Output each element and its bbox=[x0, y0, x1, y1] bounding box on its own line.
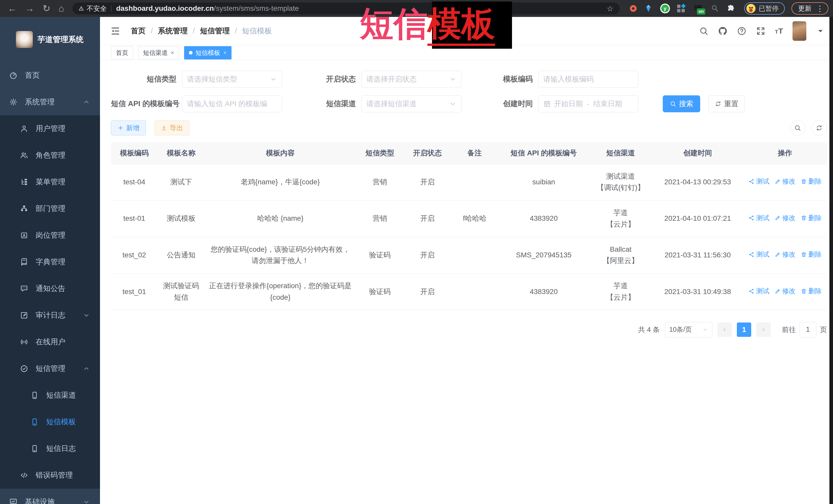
breadcrumb-item[interactable]: 系统管理 bbox=[158, 26, 188, 36]
sidebar-item-sms-management[interactable]: 短信管理 bbox=[0, 355, 100, 382]
donut-extension-icon[interactable] bbox=[630, 5, 637, 12]
test-link[interactable]: 测试 bbox=[748, 176, 769, 187]
sidebar-collapse-icon[interactable] bbox=[110, 26, 120, 36]
sidebar-item-sms-channel[interactable]: 短信渠道 bbox=[0, 382, 100, 409]
monitor-icon bbox=[9, 498, 18, 504]
browser-back-button[interactable]: ← bbox=[8, 4, 17, 13]
sidebar-item-post-management[interactable]: 岗位管理 bbox=[0, 222, 100, 249]
question-icon[interactable] bbox=[737, 26, 746, 36]
grid-extension-icon[interactable] bbox=[677, 4, 686, 13]
edit-link[interactable]: 修改 bbox=[775, 213, 795, 223]
sidebar-item-dict-management[interactable]: 字典管理 bbox=[0, 249, 100, 275]
sidebar-item-menu-management[interactable]: 菜单管理 bbox=[0, 169, 100, 195]
filter-row-1: 短信类型请选择短信类型开启状态请选择开启状态模板编码请输入模板编码 bbox=[111, 67, 827, 92]
sidebar-item-user-management[interactable]: 用户管理 bbox=[0, 115, 100, 142]
delete-link-label: 删除 bbox=[808, 286, 822, 296]
fullscreen-icon[interactable] bbox=[756, 26, 766, 36]
magnifier-extension-icon[interactable] bbox=[710, 4, 719, 13]
current-page-button[interactable]: 1 bbox=[737, 322, 751, 337]
page-size-select[interactable]: 10条/页 bbox=[665, 322, 712, 337]
goto-page-input[interactable] bbox=[800, 322, 816, 337]
delete-link[interactable]: 删除 bbox=[801, 176, 822, 187]
update-label: 更新 bbox=[798, 4, 811, 13]
sidebar-logo[interactable]: 芋道管理系统 bbox=[0, 17, 100, 62]
github-icon[interactable] bbox=[718, 26, 728, 36]
create-time-input[interactable]: 开始日期-结束日期 bbox=[539, 95, 638, 112]
edit-link[interactable]: 修改 bbox=[775, 249, 795, 260]
user-avatar[interactable] bbox=[792, 21, 806, 41]
sidebar-item-label: 字典管理 bbox=[35, 257, 65, 267]
edit-link[interactable]: 修改 bbox=[775, 286, 795, 296]
filter-field-api-template-id: 短信 API 的模板编号请输入短信 API 的模板编 bbox=[111, 95, 282, 112]
chevron-down-icon bbox=[449, 75, 457, 83]
bookmark-star-icon[interactable]: ☆ bbox=[606, 4, 614, 13]
browser-menu-icon[interactable]: ⋮ bbox=[816, 4, 824, 13]
puzzle-extensions-icon[interactable] bbox=[727, 4, 735, 13]
sidebar-item-error-code-management[interactable]: 错误码管理 bbox=[0, 462, 100, 488]
reset-button[interactable]: 重置 bbox=[708, 95, 745, 112]
sidebar-item-sms-template[interactable]: 短信模板 bbox=[0, 409, 100, 435]
channel-name: 芋道 bbox=[592, 207, 650, 219]
sms-channel-select[interactable]: 请选择短信渠道 bbox=[361, 95, 461, 112]
test-link[interactable]: 测试 bbox=[748, 249, 769, 260]
url-domain: dashboard.yudao.iocoder.cn bbox=[116, 4, 214, 12]
browser-forward-button[interactable]: → bbox=[25, 4, 34, 13]
sidebar-item-label: 短信日志 bbox=[46, 443, 76, 454]
template-code-input[interactable]: 请输入模板编码 bbox=[539, 71, 638, 88]
sidebar-item-home[interactable]: 首页 bbox=[0, 62, 100, 89]
status-select[interactable]: 请选择开启状态 bbox=[361, 71, 461, 88]
test-link[interactable]: 测试 bbox=[748, 213, 769, 223]
share-icon bbox=[748, 215, 755, 221]
page-url: dashboard.yudao.iocoder.cn/system/sms/sm… bbox=[116, 4, 299, 13]
sidebar-item-audit-log[interactable]: 审计日志 bbox=[0, 302, 100, 329]
test-link-label: 测试 bbox=[756, 249, 769, 260]
list-extension-icon[interactable]: on bbox=[693, 4, 703, 13]
sidebar-item-role-management[interactable]: 角色管理 bbox=[0, 142, 100, 169]
chevron-down-icon bbox=[269, 75, 277, 83]
prev-page-button[interactable] bbox=[717, 322, 732, 337]
next-page-button[interactable] bbox=[756, 322, 771, 337]
add-button[interactable]: 新增 bbox=[111, 120, 146, 135]
browser-home-button[interactable]: ⌂ bbox=[58, 4, 64, 13]
sidebar-item-infrastructure[interactable]: 基础设施 bbox=[0, 488, 100, 504]
sidebar-item-dept-management[interactable]: 部门管理 bbox=[0, 195, 100, 222]
edit-link[interactable]: 修改 bbox=[775, 176, 795, 187]
delete-link[interactable]: 删除 bbox=[801, 286, 822, 296]
avatar-caret-down-icon[interactable] bbox=[815, 26, 825, 36]
y-extension-icon[interactable]: y bbox=[660, 4, 670, 13]
export-button[interactable]: 导出 bbox=[154, 120, 189, 135]
url-path: /system/sms/sms-template bbox=[214, 4, 299, 12]
edit-link-label: 修改 bbox=[782, 286, 795, 296]
sidebar-item-online-users[interactable]: 在线用户 bbox=[0, 329, 100, 355]
active-tab-dot bbox=[189, 51, 193, 55]
sidebar-item-notice-announcement[interactable]: 通知公告 bbox=[0, 275, 100, 302]
gem-extension-icon[interactable] bbox=[644, 4, 653, 13]
test-link[interactable]: 测试 bbox=[748, 286, 769, 296]
sms-type-select[interactable]: 请选择短信类型 bbox=[182, 71, 282, 88]
browser-profile-button[interactable]: 已暂停 bbox=[744, 2, 785, 15]
breadcrumb-item[interactable]: 短信管理 bbox=[200, 26, 230, 36]
breadcrumb-item[interactable]: 首页 bbox=[131, 26, 146, 36]
font-size-icon[interactable]: TT bbox=[775, 27, 783, 35]
address-bar[interactable]: 不安全 dashboard.yudao.iocoder.cn/system/sm… bbox=[72, 3, 620, 14]
tab-sms-channel[interactable]: 短信渠道× bbox=[138, 46, 179, 59]
delete-link[interactable]: 删除 bbox=[801, 213, 822, 223]
browser-reload-button[interactable]: ↻ bbox=[43, 4, 50, 13]
test-link-label: 测试 bbox=[756, 176, 769, 187]
tab-sms-template[interactable]: 短信模板× bbox=[184, 46, 232, 59]
refresh-table-button[interactable] bbox=[811, 120, 827, 136]
sidebar-item-sms-log[interactable]: 短信日志 bbox=[0, 435, 100, 462]
close-icon[interactable]: × bbox=[171, 50, 174, 56]
toggle-search-button[interactable] bbox=[790, 120, 805, 136]
delete-link[interactable]: 删除 bbox=[801, 249, 822, 260]
search-icon[interactable] bbox=[699, 26, 709, 36]
tab-home[interactable]: 首页 bbox=[111, 46, 133, 59]
search-button[interactable]: 搜索 bbox=[663, 95, 700, 112]
filter-field-status: 开启状态请选择开启状态 bbox=[290, 71, 461, 88]
reset-button-label: 重置 bbox=[724, 99, 738, 109]
browser-update-button[interactable]: 更新 ⋮ bbox=[791, 2, 828, 15]
sidebar-item-system-management[interactable]: 系统管理 bbox=[0, 89, 100, 115]
channel-name: Ballcat bbox=[592, 244, 650, 255]
close-icon[interactable]: × bbox=[223, 50, 227, 56]
api-template-id-input[interactable]: 请输入短信 API 的模板编 bbox=[182, 95, 282, 112]
